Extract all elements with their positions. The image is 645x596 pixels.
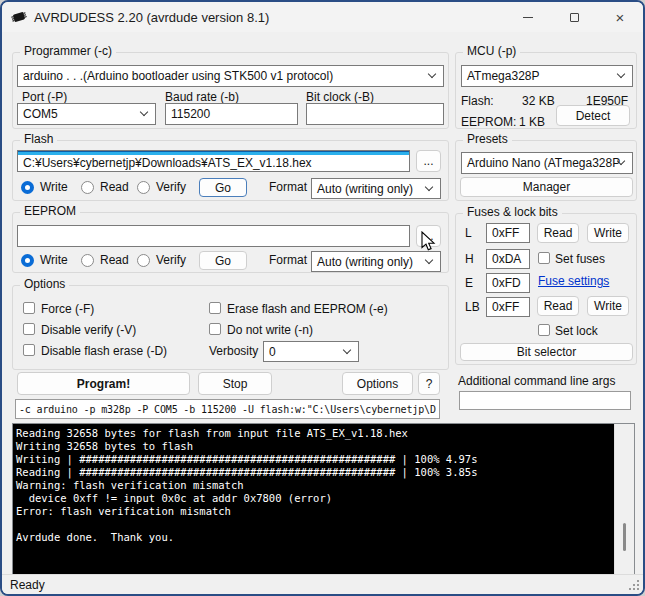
flash-file-input[interactable]: C:¥Users¥cybernetjp¥Downloads¥ATS_EX_v1.… [17,150,410,172]
presets-group: Presets Arduino Nano (ATmega328P Manager [455,140,637,201]
status-bar: Ready [2,574,643,594]
eeprom-read-radio[interactable]: Read [81,253,129,267]
fuse-e-input[interactable]: 0xFD [486,273,530,293]
programmer-group: Programmer (-c) arduino . . .(Arduino bo… [12,52,449,129]
detect-button[interactable]: Detect [556,105,630,126]
fuse-l-input[interactable]: 0xFF [486,223,530,243]
console-scrollbar-thumb[interactable] [623,523,626,551]
disable-verify-checkbox[interactable] [23,323,35,335]
programmer-selected-value: arduino . . .(Arduino bootloader using S… [23,69,333,83]
maximize-button[interactable] [551,2,597,32]
fuse-e-label: E [465,276,473,290]
erase-label: Erase flash and EEPROM (-e) [227,302,388,316]
mcu-group: MCU (-p) ATmega328P Flash: 32 KB 1E950F … [455,52,637,129]
lock-write-button[interactable]: Write [587,296,629,316]
mcu-selected-value: ATmega328P [467,69,540,83]
additional-args-label: Additional command line args [458,374,615,388]
additional-args-input[interactable] [459,391,631,410]
console-line: device 0xff != input 0x0c at addr 0x7800… [16,492,614,505]
close-button[interactable]: × [597,2,643,32]
chevron-down-icon [140,108,148,116]
console-line: Reading | ##############################… [16,466,614,479]
eeprom-format-select[interactable]: Auto (writing only) [311,251,441,272]
presets-selected-value: Arduino Nano (ATmega328P [467,156,620,170]
status-text: Ready [10,578,45,592]
console-line: Writing 32658 bytes to flash [16,440,614,453]
console-scrollbar[interactable] [614,424,634,575]
set-lock-label: Set lock [555,324,598,338]
minimize-button[interactable] [505,2,551,32]
flash-read-radio[interactable]: Read [81,180,129,194]
mcu-flash-size: 32 KB [522,94,555,108]
flash-browse-button[interactable]: ... [416,150,441,172]
presets-group-label: Presets [463,132,512,146]
options-group-label: Options [20,277,69,291]
minimize-icon [523,17,533,18]
programmer-group-label: Programmer (-c) [20,44,116,58]
no-write-checkbox[interactable] [209,323,221,335]
bit-selector-button[interactable]: Bit selector [460,343,633,361]
presets-select[interactable]: Arduino Nano (ATmega328P [461,152,633,174]
force-label: Force (-F) [41,302,94,316]
mcu-select[interactable]: ATmega328P [461,65,633,87]
fuse-lb-label: LB [465,300,480,314]
console-line: Warning: flash verification mismatch [16,479,614,492]
flash-verify-radio[interactable]: Verify [137,180,186,194]
fuses-write-button[interactable]: Write [587,223,629,243]
eeprom-read-label: Read [100,253,129,267]
eeprom-go-button[interactable]: Go [199,251,247,270]
fuses-group: Fuses & lock bits L 0xFF Read Write H 0x… [455,213,637,365]
flash-format-select[interactable]: Auto (writing only) [311,178,441,199]
flash-go-button[interactable]: Go [199,178,247,197]
verbosity-value: 0 [269,345,276,359]
console-output: Reading 32658 bytes for flash from input… [12,423,635,576]
eeprom-group-label: EEPROM [20,204,80,218]
mcu-eeprom-size: 1 KB [519,115,545,129]
flash-write-label: Write [40,180,68,194]
flash-file-path: C:¥Users¥cybernetjp¥Downloads¥ATS_EX_v1.… [23,156,312,170]
fuses-read-button[interactable]: Read [537,223,579,243]
window-title: AVRDUDESS 2.20 (avrdude version 8.1) [34,10,269,25]
resize-grip-icon[interactable] [628,579,640,591]
eeprom-write-radio[interactable]: Write [21,253,68,267]
eeprom-file-input[interactable] [17,225,410,247]
mcu-eeprom-label: EEPROM: [461,115,516,129]
console-line: Writing | ##############################… [16,453,614,466]
help-button[interactable]: ? [418,372,440,395]
options-button[interactable]: Options [342,372,413,395]
bit-clock-input[interactable] [306,103,444,125]
programmer-select[interactable]: arduino . . .(Arduino bootloader using S… [17,65,444,87]
fuse-h-input[interactable]: 0xDA [486,249,530,269]
console-line [16,518,614,531]
erase-checkbox[interactable] [209,302,221,314]
fuse-settings-link[interactable]: Fuse settings [538,274,609,288]
set-fuses-checkbox[interactable] [538,252,550,264]
flash-format-label: Format [269,180,307,194]
baud-rate-input[interactable]: 115200 [165,103,298,125]
set-lock-checkbox[interactable] [538,324,550,336]
radio-selected-icon [21,181,34,194]
eeprom-browse-button[interactable]: ... [416,225,441,247]
title-bar: AVRDUDESS 2.20 (avrdude version 8.1) × [2,2,643,32]
eeprom-verify-radio[interactable]: Verify [137,253,186,267]
program-button[interactable]: Program! [17,372,190,395]
lock-read-button[interactable]: Read [537,296,579,316]
eeprom-format-label: Format [269,253,307,267]
manager-button[interactable]: Manager [460,177,633,197]
port-select[interactable]: COM5 [17,103,156,125]
force-checkbox[interactable] [23,302,35,314]
fuse-lb-input[interactable]: 0xFF [486,297,530,317]
disable-flash-erase-checkbox[interactable] [23,344,35,356]
chevron-down-icon [617,70,625,78]
radio-icon [81,181,94,194]
disable-flash-erase-label: Disable flash erase (-D) [41,344,167,358]
command-line-input[interactable]: -c arduino -p m328p -P COM5 -b 115200 -U… [15,399,440,419]
verbosity-select[interactable]: 0 [263,341,359,362]
port-selected-value: COM5 [23,107,58,121]
radio-icon [81,254,94,267]
stop-button[interactable]: Stop [198,372,272,395]
flash-write-radio[interactable]: Write [21,180,68,194]
options-group: Options Force (-F) Disable verify (-V) D… [12,285,449,370]
console-line: Reading 32658 bytes for flash from input… [16,427,614,440]
fuse-h-label: H [465,252,474,266]
